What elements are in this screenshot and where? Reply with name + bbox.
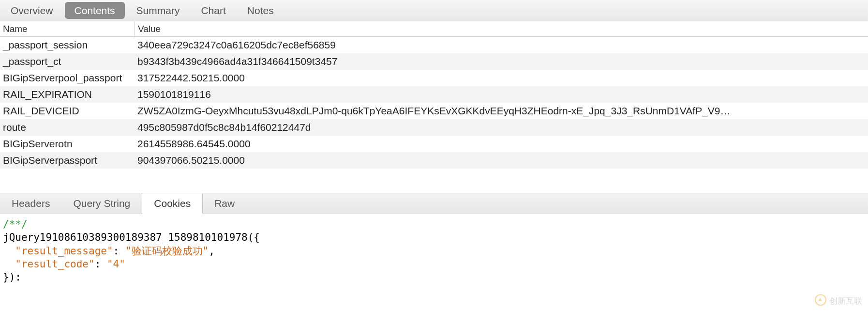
cell-value: 340eea729c3247c0a616205dc7ec8ef56859	[135, 39, 868, 51]
table-row[interactable]: BIGipServerpool_passport317522442.50215.…	[0, 70, 868, 86]
table-row[interactable]: BIGipServerotn2614558986.64545.0000	[0, 136, 868, 152]
sub-tab-cookies[interactable]: Cookies	[142, 193, 203, 214]
tab-summary[interactable]: Summary	[126, 0, 191, 21]
table-body: _passport_session340eea729c3247c0a616205…	[0, 37, 868, 169]
cell-name: BIGipServerotn	[0, 138, 135, 150]
tab-contents[interactable]: Contents	[65, 2, 125, 19]
table-row[interactable]: route495c805987d0f5c8c84b14f60212447d	[0, 119, 868, 136]
cell-value: 904397066.50215.0000	[135, 155, 868, 166]
cell-value: 2614558986.64545.0000	[135, 138, 868, 150]
cell-value: ZW5ZA0IzmG-OeyxMhcutu53vu48xdLPJm0-qu6kT…	[135, 105, 868, 117]
tab-notes[interactable]: Notes	[237, 0, 284, 21]
tab-chart[interactable]: Chart	[190, 0, 236, 21]
cell-name: BIGipServerpool_passport	[0, 72, 135, 84]
table-row[interactable]: BIGipServerpassport904397066.50215.0000	[0, 152, 868, 169]
cell-value: 1590101819116	[135, 89, 868, 100]
cell-name: route	[0, 122, 135, 133]
cell-value: 317522442.50215.0000	[135, 72, 868, 84]
response-body[interactable]: /**/ jQuery19108610389300189387_15898101…	[0, 214, 868, 284]
sub-tab-query-string[interactable]: Query String	[61, 193, 142, 214]
cell-value: 495c805987d0f5c8c84b14f60212447d	[135, 122, 868, 133]
tab-overview[interactable]: Overview	[0, 0, 64, 21]
table-row[interactable]: _passport_ctb9343f3b439c4966ad4a31f34664…	[0, 53, 868, 70]
table-row[interactable]: RAIL_DEVICEIDZW5ZA0IzmG-OeyxMhcutu53vu48…	[0, 103, 868, 119]
sub-tab-headers[interactable]: Headers	[0, 193, 61, 214]
cell-name: RAIL_DEVICEID	[0, 105, 135, 117]
cell-name: BIGipServerpassport	[0, 155, 135, 166]
top-tab-bar: OverviewContentsSummaryChartNotes	[0, 0, 868, 21]
table-row[interactable]: RAIL_EXPIRATION1590101819116	[0, 86, 868, 103]
cell-name: _passport_ct	[0, 56, 135, 67]
cell-name: RAIL_EXPIRATION	[0, 89, 135, 100]
sub-tab-bar: HeadersQuery StringCookiesRaw	[0, 193, 868, 214]
spacer	[0, 169, 868, 193]
column-header-name[interactable]: Name	[0, 24, 135, 34]
table-header: Name Value	[0, 21, 868, 37]
table-row[interactable]: _passport_session340eea729c3247c0a616205…	[0, 37, 868, 53]
column-header-value[interactable]: Value	[135, 21, 868, 36]
cell-name: _passport_session	[0, 39, 135, 51]
cell-value: b9343f3b439c4966ad4a31f346641509t3457	[135, 56, 868, 67]
sub-tab-raw[interactable]: Raw	[203, 193, 246, 214]
